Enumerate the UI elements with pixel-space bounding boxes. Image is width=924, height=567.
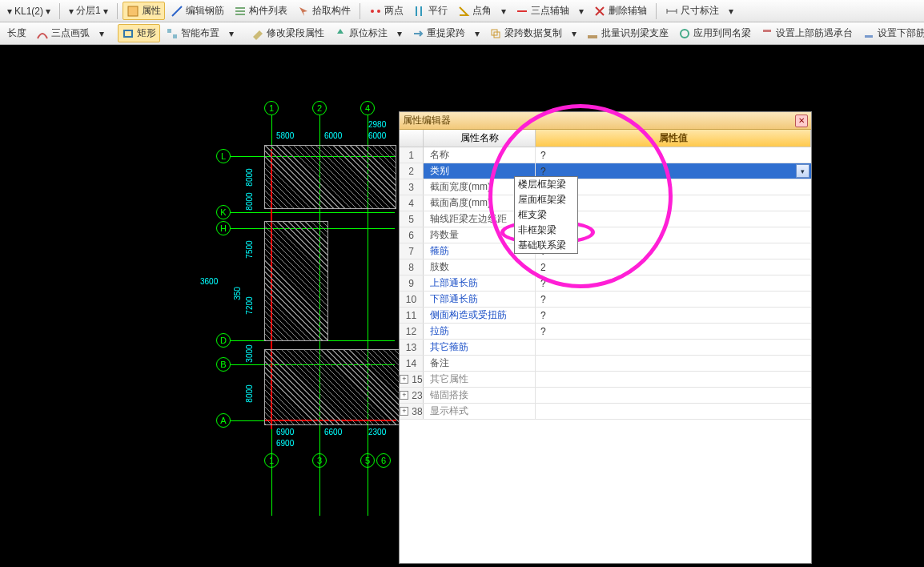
dropdown-arc[interactable]: ▾: [95, 26, 108, 42]
property-value[interactable]: ?: [536, 308, 811, 323]
panel-titlebar[interactable]: 属性编辑器 ✕: [400, 112, 811, 130]
dropdown-orig[interactable]: ▾: [393, 26, 406, 42]
row-number: 9: [400, 275, 424, 291]
close-icon[interactable]: ✕: [795, 115, 808, 127]
row-number: 7: [400, 243, 424, 259]
svg-rect-0: [128, 6, 138, 16]
apply-same-button[interactable]: 应用到同名梁: [674, 24, 755, 42]
floor-select[interactable]: ▾ 分层1 ▾: [65, 2, 112, 20]
property-value[interactable]: [536, 372, 811, 387]
property-row[interactable]: 4截面高度(mm): [400, 195, 811, 211]
category-dropdown-list: 楼层框架梁 屋面框架梁 框支梁 非框架梁 基础联系梁: [514, 176, 578, 254]
combo-item[interactable]: 框支梁: [515, 207, 577, 223]
expand-icon[interactable]: +: [400, 375, 408, 384]
beam-select[interactable]: ▾ KL1(2) ▾: [3, 3, 54, 19]
property-row[interactable]: 11侧面构造或受扭筋?: [400, 308, 811, 324]
grid-bubble: 4: [360, 101, 375, 115]
property-row[interactable]: +15其它属性: [400, 372, 811, 388]
three-aux-button[interactable]: 三点辅轴: [512, 2, 573, 20]
header-name: 属性名称: [424, 130, 536, 147]
property-row[interactable]: 6跨数量?: [400, 227, 811, 243]
row-number: 11: [400, 308, 424, 323]
combo-item[interactable]: 楼层框架梁: [515, 177, 577, 192]
property-row[interactable]: 8肢数2: [400, 259, 811, 275]
property-row[interactable]: 10下部通长筋?: [400, 292, 811, 308]
property-value[interactable]: ?: [536, 275, 811, 291]
attr-button[interactable]: 属性: [123, 2, 165, 20]
dropdown-smart[interactable]: ▾: [225, 26, 238, 42]
property-row[interactable]: 13其它箍筋: [400, 340, 811, 356]
property-row[interactable]: +38显示样式: [400, 404, 811, 420]
property-name: 名称: [424, 147, 536, 163]
grid-bubble: A: [216, 413, 231, 428]
copy-data-button[interactable]: 梁跨数据复制: [485, 24, 566, 42]
dropdown-copy[interactable]: ▾: [568, 26, 581, 42]
row-number: 6: [400, 227, 424, 243]
grid-bubble: H: [216, 221, 231, 235]
svg-rect-13: [167, 29, 171, 33]
member-list-button[interactable]: 构件列表: [230, 2, 291, 20]
row-number: 1: [400, 147, 424, 163]
property-value[interactable]: ?: [536, 292, 811, 307]
property-row[interactable]: 9上部通长筋?: [400, 275, 811, 292]
property-value[interactable]: 2: [536, 259, 811, 275]
property-row[interactable]: 14备注: [400, 356, 811, 372]
property-name: 显示样式: [424, 404, 536, 419]
dimension-button[interactable]: 尺寸标注: [661, 2, 723, 20]
combo-item[interactable]: 屋面框架梁: [515, 192, 577, 207]
grid-bubble: 1: [264, 101, 279, 115]
property-row[interactable]: 3截面宽度(mm): [400, 179, 811, 195]
dropdown-3[interactable]: ▾: [725, 3, 737, 19]
edit-rebar-button[interactable]: 编辑钢筋: [167, 2, 228, 20]
mod-span-button[interactable]: 修改梁段属性: [247, 24, 328, 42]
parallel-button[interactable]: 平行: [409, 2, 452, 20]
pick-member-button[interactable]: 拾取构件: [293, 2, 355, 20]
dropdown-1[interactable]: ▾: [497, 3, 510, 19]
arc-button[interactable]: 三点画弧: [32, 24, 94, 42]
expand-icon[interactable]: +: [400, 391, 408, 400]
upper-cap-button[interactable]: 设置上部筋遇承台: [757, 24, 857, 42]
point-angle-button[interactable]: 点角: [453, 2, 496, 20]
length-button[interactable]: 长度: [3, 24, 30, 42]
property-value[interactable]: ?: [536, 147, 811, 163]
property-value[interactable]: ?: [536, 324, 811, 339]
grid-bubble: 6: [376, 453, 391, 468]
combo-item[interactable]: 非框架梁: [515, 223, 577, 238]
property-row[interactable]: 2类别?: [400, 163, 811, 179]
row-number: 2: [400, 163, 424, 179]
property-row[interactable]: 5轴线距梁左边线距: [400, 211, 811, 227]
dropdown-rear[interactable]: ▾: [471, 26, 484, 42]
property-value[interactable]: [536, 388, 811, 403]
two-point-button[interactable]: 两点: [365, 2, 408, 20]
header-value[interactable]: 属性值: [536, 130, 811, 147]
row-number: 8: [400, 259, 424, 275]
combo-item[interactable]: 基础联系梁: [515, 238, 577, 253]
batch-support-button[interactable]: 批量识别梁支座: [582, 24, 673, 42]
panel-title: 属性编辑器: [403, 114, 451, 127]
grid-bubble: 3: [312, 453, 327, 468]
svg-rect-14: [173, 34, 177, 38]
property-value[interactable]: [536, 340, 811, 355]
property-value[interactable]: [536, 404, 811, 419]
orig-label-button[interactable]: 原位标注: [330, 24, 392, 42]
rect-button[interactable]: 矩形: [118, 24, 160, 42]
dropdown-2[interactable]: ▾: [575, 3, 588, 19]
row-number: +38: [400, 404, 424, 419]
grid-bubble: D: [216, 333, 231, 348]
del-aux-button[interactable]: 删除辅轴: [589, 2, 651, 20]
property-row[interactable]: +23锚固搭接: [400, 388, 811, 404]
lower-cap-button[interactable]: 设置下部筋遇承台: [858, 24, 924, 42]
property-row[interactable]: 1名称?: [400, 147, 811, 163]
grid-bubble: 1: [264, 453, 279, 468]
property-value[interactable]: [536, 356, 811, 371]
property-row[interactable]: 12拉筋?: [400, 324, 811, 340]
grid-bubble: B: [216, 357, 231, 372]
grid-bubble: L: [216, 149, 231, 163]
smart-button[interactable]: 智能布置: [162, 24, 223, 42]
expand-icon[interactable]: +: [400, 407, 408, 416]
property-row[interactable]: 7箍筋?: [400, 243, 811, 259]
value-dropdown-button[interactable]: [796, 164, 810, 178]
row-number: 13: [400, 340, 424, 355]
property-name: 肢数: [424, 259, 536, 275]
rearrange-button[interactable]: 重提梁跨: [408, 24, 469, 42]
